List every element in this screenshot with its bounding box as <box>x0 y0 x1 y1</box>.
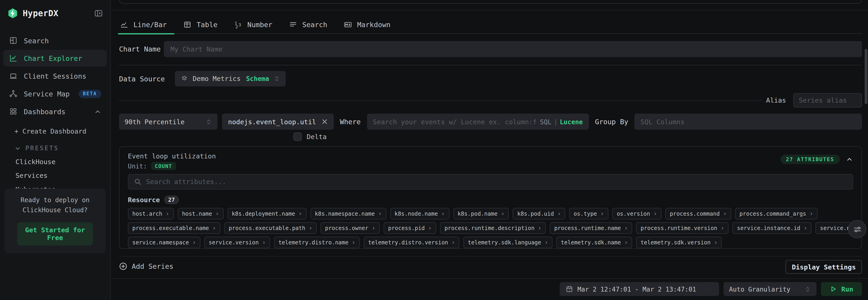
attribute-search-input[interactable] <box>128 174 853 189</box>
aggregation-select[interactable]: 90th Percentile <box>119 113 218 130</box>
create-dashboard-button[interactable]: + Create Dashboard <box>14 128 103 135</box>
alias-field[interactable] <box>799 97 857 104</box>
group-by-input[interactable] <box>634 113 862 130</box>
attribute-chip[interactable]: k8s.pod.uid› <box>513 208 565 220</box>
attribute-chip[interactable]: host.name› <box>178 208 223 220</box>
sidebar-item-dashboards[interactable]: Dashboards <box>3 103 107 120</box>
query-language-toggle[interactable]: SQL|Lucene <box>540 118 583 126</box>
attribute-chip-label: telemetry.distro.version <box>368 239 448 246</box>
display-settings-button[interactable]: Display Settings <box>786 260 862 274</box>
schema-link[interactable]: Schema <box>246 75 269 83</box>
add-series-button[interactable]: Add Series <box>119 262 174 270</box>
presets-header[interactable]: PRESETS <box>14 145 103 152</box>
attribute-chip[interactable]: telemetry.distro.version› <box>364 237 460 248</box>
attribute-chip[interactable]: service.instance.id› <box>733 222 812 234</box>
updown-chevron-icon <box>804 285 811 292</box>
attribute-chip[interactable]: process.runtime.description› <box>440 222 546 234</box>
attribute-chip[interactable]: host.arch› <box>128 208 174 220</box>
chevron-up-icon[interactable] <box>846 156 853 163</box>
sidebar-item-label: Client Sessions <box>24 72 86 80</box>
hyperdx-logo-icon[interactable] <box>7 8 19 19</box>
chart-name-input[interactable] <box>164 41 862 57</box>
metric-value: nodejs.event_loop.util <box>228 118 316 126</box>
attribute-chip-label: k8s.pod.uid <box>517 211 554 217</box>
circle-plus-icon <box>119 262 127 270</box>
granularity-select[interactable]: Auto Granularity <box>723 282 816 296</box>
attribute-chip-label: process.owner <box>325 225 368 231</box>
chart-name-field[interactable] <box>170 45 855 53</box>
add-series-label: Add Series <box>132 262 174 270</box>
delta-checkbox[interactable] <box>293 132 302 141</box>
app-window: HyperDX Search Chart Explorer Client Ses… <box>0 0 868 300</box>
chart-line-icon <box>9 54 18 63</box>
alias-input[interactable] <box>793 93 862 107</box>
language-separator: | <box>552 118 560 126</box>
attribute-chip[interactable]: k8s.pod.name› <box>453 208 509 220</box>
chevron-right-icon: › <box>545 239 548 246</box>
attribute-chip-rows: host.arch›host.name›k8s.deployment.name›… <box>128 208 853 248</box>
attribute-chip[interactable]: telemetry.sdk.name› <box>557 237 632 248</box>
close-icon[interactable] <box>321 118 328 125</box>
sidebar: HyperDX Search Chart Explorer Client Ses… <box>0 0 111 300</box>
attribute-chip[interactable]: k8s.deployment.name› <box>227 208 307 220</box>
attribute-chip[interactable]: process.runtime.version› <box>636 222 728 234</box>
app-title: HyperDX <box>23 8 59 18</box>
attribute-chip[interactable]: process.pid› <box>384 222 436 234</box>
group-by-field[interactable] <box>641 118 856 126</box>
attribute-search-field[interactable] <box>146 178 847 186</box>
preset-clickhouse[interactable]: ClickHouse <box>16 158 103 166</box>
sidebar-item-search[interactable]: Search <box>3 32 107 49</box>
attribute-chip[interactable]: process.owner› <box>320 222 380 234</box>
feedback-widget-button[interactable] <box>848 220 866 238</box>
sidebar-item-label: Search <box>24 36 49 45</box>
tab-number[interactable]: 123 Number <box>233 16 274 33</box>
tab-table[interactable]: Table <box>182 16 219 33</box>
granularity-value: Auto Granularity <box>729 285 790 293</box>
attribute-chip[interactable]: os.version› <box>612 208 661 220</box>
tab-label: Table <box>197 21 218 29</box>
sql-option[interactable]: SQL <box>540 118 552 126</box>
svg-text:3: 3 <box>239 22 241 27</box>
attribute-chip[interactable]: process.command› <box>665 208 731 220</box>
time-range-input[interactable]: 1 Mar 2 12:47:01 - Mar 2 13:47:01 <box>560 282 719 296</box>
tab-label: Search <box>302 21 327 29</box>
collapse-sidebar-icon[interactable] <box>94 9 103 18</box>
sidebar-item-service-map[interactable]: Service Map BETA <box>3 85 107 102</box>
tab-markdown[interactable]: Markdown <box>343 16 392 33</box>
data-source-label: Data Source <box>119 75 165 83</box>
preset-services[interactable]: Services <box>16 172 103 180</box>
attribute-chip[interactable]: telemetry.distro.name› <box>274 237 360 248</box>
list-icon <box>289 21 297 29</box>
attribute-chip[interactable]: service.version› <box>204 237 270 248</box>
data-source-select[interactable]: Demo Metrics Schema <box>175 71 285 86</box>
attribute-chip[interactable]: k8s.namespace.name› <box>310 208 386 220</box>
metric-select[interactable]: nodejs.event_loop.util <box>222 113 334 130</box>
scrollbar-thumb[interactable] <box>865 49 867 104</box>
attribute-chip[interactable]: os.type› <box>569 208 609 220</box>
sidebar-item-client-sessions[interactable]: Client Sessions <box>3 68 107 84</box>
attribute-chip[interactable]: telemetry.sdk.version› <box>636 237 722 248</box>
attribute-chip-label: host.name <box>182 211 212 217</box>
tab-search[interactable]: Search <box>288 16 328 33</box>
chevron-right-icon: › <box>653 210 657 217</box>
where-search-input[interactable]: SQL|Lucene <box>367 113 589 130</box>
unit-row: Unit: COUNT <box>128 162 216 170</box>
get-started-button[interactable]: Get Started for Free <box>17 222 93 245</box>
attribute-chip[interactable]: process.runtime.name› <box>550 222 632 234</box>
chevron-right-icon: › <box>624 239 628 246</box>
attribute-chip[interactable]: process.executable.path› <box>224 222 317 234</box>
attribute-chip[interactable]: telemetry.sdk.language› <box>463 237 553 248</box>
attribute-chip[interactable]: service.namespace› <box>128 237 200 248</box>
where-search-field[interactable] <box>373 118 536 126</box>
attribute-chip[interactable]: k8s.node.name› <box>390 208 449 220</box>
metric-description: Event loop utilization <box>128 153 216 161</box>
tab-line-bar[interactable]: Line/Bar <box>119 16 168 33</box>
attribute-chip-label: process.runtime.description <box>444 225 534 231</box>
aggregation-value: 90th Percentile <box>125 118 184 126</box>
sidebar-item-chart-explorer[interactable]: Chart Explorer <box>3 50 107 66</box>
run-button[interactable]: Run <box>821 282 862 296</box>
attribute-chip[interactable]: process.command_args› <box>735 208 817 220</box>
lucene-option[interactable]: Lucene <box>560 118 583 126</box>
attribute-chip[interactable]: process.executable.name› <box>128 222 220 234</box>
chevron-up-icon[interactable] <box>94 108 101 115</box>
